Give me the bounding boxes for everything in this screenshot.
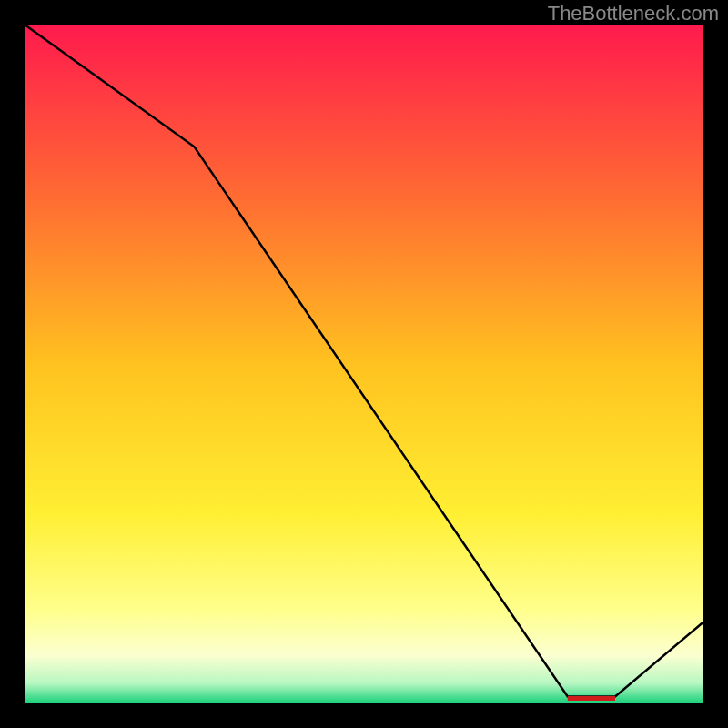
bottleneck-chart (25, 25, 703, 703)
chart-frame: TheBottleneck.com (0, 0, 728, 728)
gradient-background (25, 25, 703, 703)
attribution-text: TheBottleneck.com (548, 2, 719, 25)
optimal-range-marker (568, 696, 615, 701)
